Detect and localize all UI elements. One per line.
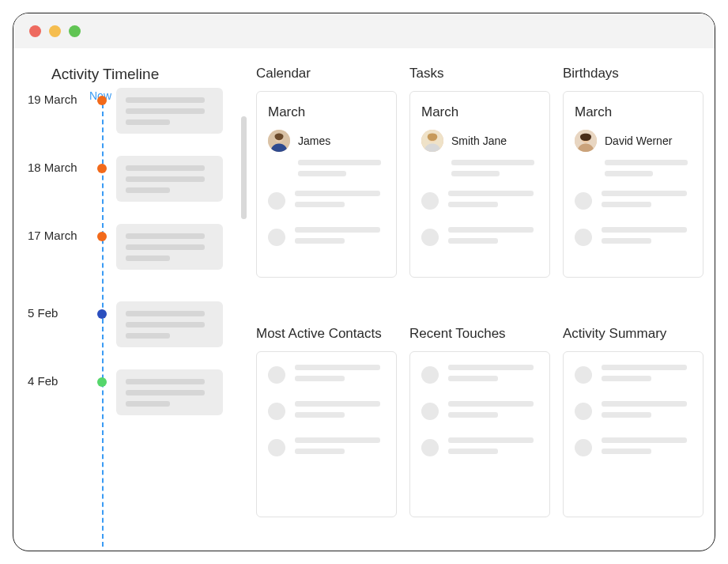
app-window: Activity Timeline Now 19 March 18 March	[13, 13, 715, 551]
timeline-card	[116, 369, 223, 415]
list-item[interactable]	[268, 401, 385, 423]
list-item[interactable]	[421, 437, 538, 460]
avatar-placeholder-icon	[575, 229, 592, 246]
placeholder-line	[602, 376, 651, 381]
widget-title: Birthdays	[563, 66, 703, 81]
placeholder-line	[126, 244, 205, 250]
list-item[interactable]	[421, 365, 538, 387]
placeholder-line	[602, 238, 651, 244]
placeholder-line	[126, 256, 170, 261]
scrollbar-thumb[interactable]	[241, 116, 247, 219]
most-active-contacts-widget: Most Active Contacts	[256, 326, 397, 551]
widget-title: Most Active Contacts	[256, 326, 397, 342]
avatar-placeholder-icon	[421, 192, 439, 210]
card-month: March	[421, 104, 538, 120]
avatar-placeholder-icon	[421, 366, 439, 384]
placeholder-line	[295, 202, 345, 207]
timeline-item[interactable]: 18 March	[28, 156, 226, 202]
placeholder-line	[448, 238, 498, 244]
list-item[interactable]	[575, 191, 692, 213]
avatar-placeholder-icon	[575, 439, 592, 456]
placeholder-line	[295, 401, 380, 407]
recent-touches-card[interactable]	[409, 351, 550, 517]
list-item[interactable]	[575, 227, 692, 249]
dashboard-grid: Calendar March James	[234, 48, 715, 551]
placeholder-line	[126, 233, 205, 239]
most-active-card[interactable]	[256, 351, 397, 517]
list-item[interactable]	[421, 191, 538, 213]
avatar-placeholder-icon	[421, 403, 439, 420]
placeholder-line	[448, 227, 534, 233]
placeholder-line	[448, 365, 534, 370]
timeline-item[interactable]: 5 Feb	[28, 301, 226, 347]
avatar-placeholder-icon	[268, 403, 285, 420]
avatar-placeholder-icon	[575, 192, 592, 210]
card-month: March	[575, 104, 692, 120]
widget-title: Calendar	[256, 66, 397, 81]
timeline-dot-icon	[97, 377, 107, 387]
placeholder-line	[298, 160, 381, 165]
birthdays-widget: Birthdays March David Werner	[563, 66, 703, 312]
placeholder-line	[295, 365, 380, 370]
list-item[interactable]	[421, 227, 538, 249]
placeholder-line	[448, 401, 534, 407]
timeline-item[interactable]: 4 Feb	[28, 369, 226, 415]
list-item[interactable]	[575, 365, 692, 387]
placeholder-line	[602, 401, 687, 407]
placeholder-line	[126, 379, 205, 384]
placeholder-line	[126, 333, 170, 339]
placeholder-line	[602, 365, 687, 370]
timeline-item[interactable]: 19 March	[28, 88, 226, 134]
placeholder-line	[298, 171, 346, 176]
avatar-placeholder-icon	[268, 192, 285, 210]
list-item[interactable]	[268, 191, 385, 213]
tasks-card[interactable]: March Smith Jane	[409, 91, 550, 278]
list-item[interactable]	[268, 437, 385, 460]
calendar-widget: Calendar March James	[256, 66, 397, 312]
activity-summary-card[interactable]	[563, 351, 703, 517]
placeholder-line	[126, 108, 205, 114]
placeholder-line	[295, 376, 345, 381]
recent-touches-widget: Recent Touches	[409, 326, 550, 551]
timeline-dot-icon	[97, 164, 107, 173]
avatar-icon	[575, 130, 597, 152]
placeholder-line	[448, 191, 534, 196]
entry-placeholder	[298, 160, 385, 176]
timeline-item[interactable]: 17 March	[28, 224, 226, 270]
widget-title: Activity Summary	[563, 326, 703, 342]
timeline-dot-icon	[97, 309, 107, 319]
window-titlebar	[13, 13, 715, 48]
person-row[interactable]: James	[268, 130, 385, 152]
calendar-card[interactable]: March James	[256, 91, 397, 278]
person-row[interactable]: Smith Jane	[421, 130, 538, 152]
person-row[interactable]: David Werner	[575, 130, 692, 152]
widget-title: Recent Touches	[409, 326, 550, 342]
timeline-date: 19 March	[28, 88, 91, 106]
avatar-icon	[421, 130, 443, 152]
avatar-placeholder-icon	[575, 366, 592, 384]
placeholder-line	[605, 160, 688, 165]
placeholder-line	[295, 191, 380, 196]
placeholder-line	[126, 187, 170, 193]
avatar-icon	[268, 130, 290, 152]
list-item[interactable]	[268, 227, 385, 249]
list-item[interactable]	[575, 401, 692, 423]
timeline-date: 5 Feb	[28, 301, 91, 320]
avatar-placeholder-icon	[268, 366, 285, 384]
list-item[interactable]	[421, 401, 538, 423]
placeholder-line	[602, 202, 651, 207]
window-zoom-button[interactable]	[69, 25, 81, 37]
window-minimize-button[interactable]	[49, 25, 61, 37]
birthdays-card[interactable]: March David Werner	[563, 91, 703, 278]
list-item[interactable]	[268, 365, 385, 387]
placeholder-line	[295, 412, 345, 418]
timeline-card	[116, 156, 223, 202]
avatar-placeholder-icon	[421, 439, 439, 456]
placeholder-line	[605, 171, 653, 176]
window-close-button[interactable]	[29, 25, 41, 37]
timeline-date: 18 March	[28, 156, 91, 174]
list-item[interactable]	[575, 437, 692, 460]
placeholder-line	[602, 449, 651, 454]
tasks-widget: Tasks March Smith Jane	[409, 66, 550, 312]
placeholder-line	[602, 412, 651, 418]
